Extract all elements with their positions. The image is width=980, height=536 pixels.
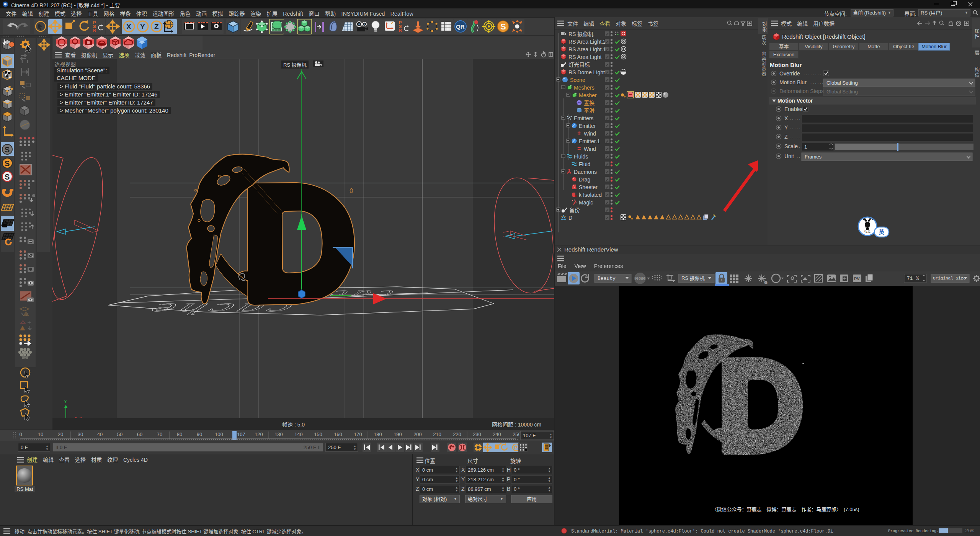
svg-text:RGB: RGB [635,276,645,281]
svg-text:20: 20 [58,431,63,437]
svg-text:P: P [514,445,518,451]
svg-text:Meshers: Meshers [574,85,595,91]
svg-text:Motion Blur: Motion Blur [779,79,807,85]
svg-text:英: 英 [879,229,885,235]
svg-text:Y: Y [140,23,145,31]
svg-text:置换: 置换 [584,100,595,106]
svg-text:250: 250 [513,431,521,437]
svg-text:130: 130 [274,431,283,437]
svg-text:R: R [399,28,402,33]
svg-text:Enabled: Enabled [784,106,804,112]
svg-text:80: 80 [177,431,182,437]
svg-text:Global Setting: Global Setting [826,80,858,86]
svg-text:Y: Y [784,124,788,131]
svg-text:RS Area Light: RS Area Light [568,54,601,60]
svg-text:Emitter.1: Emitter.1 [579,138,600,144]
svg-text:107: 107 [237,431,245,437]
svg-text:140: 140 [294,431,303,437]
svg-text:S: S [500,22,506,31]
svg-text:PV: PV [854,276,860,281]
svg-text:. . . . .: . . . . . [790,116,800,121]
svg-text:Scale: Scale [784,143,798,149]
svg-text:. .: . . [797,154,800,159]
svg-text:QR: QR [456,23,465,30]
svg-text:240: 240 [493,431,501,437]
svg-text:150: 150 [314,431,322,437]
svg-text:Z: Z [784,134,788,140]
svg-text:Y: Y [64,399,67,404]
svg-text:220: 220 [453,431,461,437]
svg-text:Emitter: Emitter [579,123,596,129]
svg-text:Fluid: Fluid [579,161,590,167]
svg-text:Motion Vector: Motion Vector [777,98,813,104]
svg-text:R: R [93,28,96,33]
svg-text:行走: 行走 [864,229,871,233]
svg-text:X: X [784,115,788,121]
svg-text:. . . . .: . . . . . [790,125,800,130]
svg-text:30: 30 [78,431,83,437]
svg-text:. . . . .: . . . . . [790,134,800,139]
svg-text:G: G [764,281,767,284]
svg-text:1: 1 [804,144,807,150]
svg-text:Wind: Wind [584,131,596,137]
svg-text:71 %: 71 % [907,276,919,281]
svg-text:RS Area Light.1: RS Area Light.1 [568,46,606,52]
svg-text:Scene: Scene [570,77,585,83]
svg-text:0: 0 [19,431,22,437]
svg-text:Frames: Frames [805,154,822,160]
svg-text:. . . . . .: . . . . . . [810,80,823,85]
svg-text:Original Size: Original Size [933,276,966,281]
svg-text:Fluids: Fluids [574,154,588,160]
svg-text:RS 摄像机: RS 摄像机 [568,31,593,37]
svg-text:230: 230 [473,431,481,437]
svg-text:60: 60 [137,431,142,437]
svg-text:120: 120 [255,431,263,437]
svg-text:180: 180 [374,431,382,437]
svg-text:210: 210 [433,431,441,437]
svg-text:备份: 备份 [569,207,580,213]
svg-text:D: D [568,215,572,221]
svg-text:S: S [5,173,10,181]
svg-text:Wind: Wind [584,146,596,152]
svg-text:170: 170 [354,431,362,437]
svg-text:Magic: Magic [579,199,593,206]
svg-text:RS Area Light.2: RS Area Light.2 [568,39,606,45]
svg-text:40: 40 [97,431,103,437]
svg-text:RS Dome Light: RS Dome Light [568,69,605,75]
svg-text:50: 50 [117,431,122,437]
svg-text:100: 100 [215,431,223,437]
svg-text:. . . . . . . .: . . . . . . . . [804,71,821,76]
svg-text:90: 90 [197,431,202,437]
svg-text:RS 摄像机: RS 摄像机 [681,275,705,281]
svg-text:灯光目标: 灯光目标 [568,62,590,68]
svg-text:Beauty: Beauty [598,276,616,281]
svg-text:S: S [5,159,10,168]
svg-text:10: 10 [38,431,43,437]
svg-text:平滑: 平滑 [584,108,595,114]
svg-text:S: S [5,145,10,154]
svg-text:190: 190 [394,431,402,437]
svg-text:X: X [126,23,131,31]
svg-text:70: 70 [157,431,162,437]
svg-text:Global Setting: Global Setting [826,89,858,95]
svg-text:Mesher: Mesher [579,92,597,98]
svg-text:Emitters: Emitters [574,115,593,121]
svg-text:160: 160 [334,431,342,437]
svg-text:Deformation Steps: Deformation Steps [779,88,824,94]
svg-text:k Isolated: k Isolated [579,192,602,198]
svg-text:200: 200 [413,431,422,437]
svg-text:Z: Z [154,23,159,31]
svg-text:Sheeter: Sheeter [579,184,598,190]
svg-text:Unit: Unit [784,153,794,159]
svg-text:Override: Override [779,70,800,77]
svg-text:〈微信公众号：野鹿志 微博：野鹿志 作者：马鹿野郎〉 (: 〈微信公众号：野鹿志 微博：野鹿志 作者：马鹿野郎〉 (7.05s) [712,507,859,512]
svg-text:Daemons: Daemons [574,169,597,175]
svg-text:Drag: Drag [579,176,590,183]
